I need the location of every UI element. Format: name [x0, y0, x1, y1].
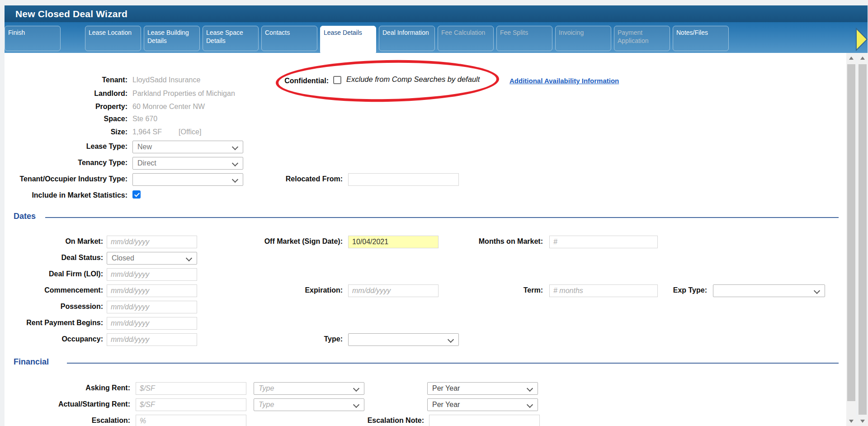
next-step-arrow-icon[interactable] — [855, 28, 868, 53]
deal-status-value: Closed — [112, 254, 134, 262]
landlord-value: Parkland Properties of Michigan — [132, 90, 235, 99]
months-on-market-label: Months on Market: — [429, 237, 543, 246]
on-market-label: On Market: — [9, 237, 103, 246]
actual-rent-period-value: Per Year — [432, 401, 460, 408]
size-label: Size: — [9, 128, 127, 137]
financial-divider — [67, 363, 839, 364]
outer-scrollbar[interactable] — [858, 53, 868, 426]
commencement-input[interactable] — [107, 284, 197, 297]
asking-rent-type-value: Type — [259, 384, 274, 392]
tab-lease-details[interactable]: Lease Details — [320, 26, 376, 53]
on-market-input[interactable] — [107, 236, 197, 248]
tab-fee-calculation[interactable]: Fee Calculation — [438, 26, 494, 51]
dates-section-title: Dates — [14, 212, 36, 221]
occupancy-type-label: Type: — [194, 335, 343, 344]
tenancy-type-value: Direct — [137, 159, 156, 167]
size-use-type: [Office] — [179, 128, 201, 137]
months-on-market-input[interactable] — [549, 236, 658, 248]
rent-payment-begins-label: Rent Payment Begins: — [9, 319, 103, 328]
confidential-checkbox[interactable] — [333, 76, 341, 84]
deal-status-label: Deal Status: — [9, 254, 103, 263]
outer-scrollbar-thumb[interactable] — [859, 64, 867, 415]
occupancy-input[interactable] — [107, 333, 197, 346]
asking-rent-input[interactable] — [136, 382, 246, 395]
rent-payment-begins-input[interactable] — [107, 317, 197, 330]
scroll-down-icon[interactable] — [858, 416, 868, 426]
tab-contacts[interactable]: Contacts — [261, 26, 317, 51]
relocated-from-label: Relocated From: — [194, 175, 343, 184]
deal-firm-input[interactable] — [107, 268, 197, 281]
tab-notes-files[interactable]: Notes/Files — [673, 26, 729, 51]
property-value: 60 Monroe Center NW — [132, 103, 205, 112]
space-label: Space: — [9, 115, 127, 124]
tenant-label: Tenant: — [9, 76, 127, 85]
deal-status-select[interactable]: Closed — [107, 252, 197, 265]
app-window: New Closed Deal Wizard Lease Location Le… — [0, 0, 868, 426]
expiration-input[interactable] — [348, 284, 439, 297]
occupancy-type-select[interactable] — [348, 333, 459, 346]
tenant-value: LloydSadd Insurance — [132, 76, 200, 85]
escalation-note-input[interactable] — [429, 415, 540, 426]
off-market-input[interactable] — [348, 236, 439, 248]
expiration-label: Expiration: — [194, 286, 343, 295]
escalation-label: Escalation: — [9, 417, 130, 426]
lease-type-select[interactable]: New — [132, 141, 243, 153]
actual-rent-type-value: Type — [259, 401, 274, 408]
actual-rent-label: Actual/Starting Rent: — [9, 400, 130, 409]
landlord-label: Landlord: — [9, 90, 127, 99]
scroll-down-icon[interactable] — [846, 416, 856, 426]
asking-rent-label: Asking Rent: — [9, 384, 130, 393]
asking-rent-type-select[interactable]: Type — [254, 382, 364, 395]
tab-lease-space-details[interactable]: Lease Space Details — [203, 26, 259, 51]
commencement-label: Commencement: — [9, 286, 103, 295]
window-title: New Closed Deal Wizard — [15, 9, 127, 19]
possession-input[interactable] — [107, 301, 197, 313]
tab-payment-application[interactable]: Payment Application — [614, 26, 670, 51]
tab-deal-information[interactable]: Deal Information — [379, 26, 435, 51]
tenancy-type-select[interactable]: Direct — [132, 157, 243, 170]
asking-rent-period-select[interactable]: Per Year — [427, 382, 538, 395]
space-value: Ste 670 — [132, 115, 157, 124]
include-market-stats-label: Include in Market Statistics: — [9, 191, 127, 200]
title-bar: New Closed Deal Wizard — [5, 5, 868, 22]
deal-firm-label: Deal Firm (LOI): — [9, 270, 103, 279]
tab-finish[interactable]: Finish — [5, 26, 61, 51]
tenancy-type-label: Tenancy Type: — [9, 159, 127, 168]
tab-invoicing[interactable]: Invoicing — [555, 26, 611, 51]
asking-rent-period-value: Per Year — [432, 384, 460, 392]
tab-lease-building-details[interactable]: Lease Building Details — [144, 26, 200, 51]
additional-availability-link[interactable]: Additional Availability Information — [509, 77, 619, 85]
exp-type-label: Exp Type: — [624, 286, 707, 295]
scroll-up-icon[interactable] — [846, 53, 856, 63]
escalation-input[interactable] — [136, 415, 246, 426]
property-label: Property: — [9, 103, 127, 112]
possession-label: Possession: — [9, 303, 103, 312]
scroll-up-icon[interactable] — [858, 53, 868, 63]
actual-rent-input[interactable] — [136, 398, 246, 411]
actual-rent-type-select[interactable]: Type — [254, 398, 364, 411]
industry-type-label: Tenant/Occupier Industry Type: — [9, 175, 127, 184]
lease-type-value: New — [137, 143, 152, 151]
term-label: Term: — [429, 286, 543, 295]
confidential-note: Exclude from Comp Searches by default — [346, 75, 480, 84]
inner-scrollbar[interactable] — [846, 53, 856, 426]
tab-lease-location[interactable]: Lease Location — [85, 26, 141, 51]
lease-type-label: Lease Type: — [9, 142, 127, 151]
off-market-label: Off Market (Sign Date): — [194, 237, 343, 246]
occupancy-label: Occupancy: — [9, 335, 103, 344]
include-market-stats-checkbox[interactable] — [132, 190, 141, 199]
tab-fee-splits[interactable]: Fee Splits — [496, 26, 552, 51]
dates-divider — [45, 217, 839, 218]
size-value: 1,964 SF — [132, 128, 162, 137]
inner-scrollbar-thumb[interactable] — [847, 64, 855, 401]
escalation-note-label: Escalation Note: — [289, 417, 424, 426]
relocated-from-input[interactable] — [348, 173, 459, 186]
wizard-tab-strip: Lease Location Lease Building Details Le… — [5, 22, 868, 53]
actual-rent-period-select[interactable]: Per Year — [427, 398, 538, 411]
confidential-label: Confidential: — [226, 77, 329, 86]
exp-type-select[interactable] — [713, 284, 825, 297]
financial-section-title: Financial — [14, 357, 49, 367]
